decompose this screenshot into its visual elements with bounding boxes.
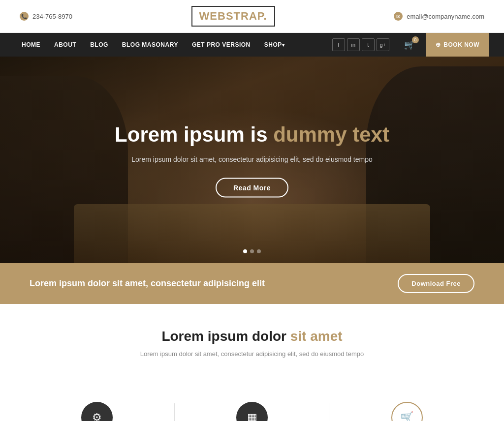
hero-section: Lorem ipsum is dummy text Lorem ipsum do… — [0, 57, 504, 263]
hero-dot-1[interactable] — [243, 249, 247, 253]
cart-badge: 0 — [412, 36, 419, 43]
email-address: email@companyname.com — [407, 13, 484, 20]
cart-icon[interactable]: 🛒 0 — [404, 39, 415, 50]
nav-links: HOME ABOUT BLOG BLOG MASONARY GET PRO VE… — [15, 33, 324, 57]
nav-about[interactable]: ABOUT — [47, 33, 83, 57]
section-subtitle: Lorem ipsum dolor sit amet, consectetur … — [20, 350, 484, 358]
logo-text-part1: WEB — [199, 10, 226, 22]
email-contact: ✉ email@companyname.com — [394, 12, 484, 21]
email-icon: ✉ — [394, 12, 403, 21]
phone-icon: 📞 — [20, 12, 29, 21]
hero-content: Lorem ipsum is dummy text Lorem ipsum do… — [104, 122, 400, 198]
hero-title-accent: dummy text — [273, 123, 389, 146]
cta-banner: Lorem ipsum dolor sit amet, consectetur … — [0, 263, 504, 304]
hero-dot-2[interactable] — [250, 249, 254, 253]
book-now-button[interactable]: ⊕ Book Now — [426, 33, 489, 57]
logo[interactable]: WEBSTRAP. — [191, 6, 275, 27]
section-title-plain: Lorem ipsum dolor — [161, 329, 290, 344]
linkedin-icon[interactable]: in — [347, 38, 360, 51]
section-title: Lorem ipsum dolor sit amet — [20, 329, 484, 344]
social-icons: f in t g+ — [332, 38, 389, 51]
facebook-icon[interactable]: f — [332, 38, 345, 51]
feature-card-3: 🛒 — [329, 392, 484, 421]
nav-get-pro[interactable]: GET PRO VERSION — [185, 33, 257, 57]
feature-icon-settings: ⚙ — [81, 402, 113, 421]
feature-card-2: ▦ — [175, 392, 330, 421]
top-bar: 📞 234-765-8970 WEBSTRAP. ✉ email@company… — [0, 0, 504, 33]
nav-shop[interactable]: SHOP — [257, 33, 292, 57]
features-section: Lorem ipsum dolor sit amet Lorem ipsum d… — [0, 304, 504, 392]
hero-dots — [243, 249, 261, 253]
feature-icon-cart: 🛒 — [391, 402, 423, 421]
nav-blog[interactable]: BLOG — [83, 33, 115, 57]
feature-icon-grid: ▦ — [236, 402, 268, 421]
hero-dot-3[interactable] — [257, 249, 261, 253]
section-title-accent: sit amet — [290, 329, 343, 344]
nav-home[interactable]: HOME — [15, 33, 47, 57]
nav-blog-masonary[interactable]: BLOG MASONARY — [115, 33, 185, 57]
logo-text-part2: STRAP. — [226, 10, 267, 22]
hero-title: Lorem ipsum is dummy text — [104, 122, 400, 147]
book-now-label: Book Now — [443, 41, 479, 48]
googleplus-icon[interactable]: g+ — [377, 38, 389, 51]
phone-number: 234-765-8970 — [32, 13, 72, 20]
features-row: ⚙ ▦ 🛒 — [0, 392, 504, 421]
cta-banner-text: Lorem ipsum dolor sit amet, consectetur … — [30, 278, 265, 289]
hero-subtitle: Lorem ipsum dolor sit amet, consectetur … — [104, 154, 400, 165]
hero-read-more-button[interactable]: Read More — [216, 178, 288, 197]
feature-card-1: ⚙ — [20, 392, 175, 421]
navbar: HOME ABOUT BLOG BLOG MASONARY GET PRO VE… — [0, 33, 504, 57]
phone-contact: 📞 234-765-8970 — [20, 12, 72, 21]
hero-title-plain: Lorem ipsum is — [115, 123, 273, 146]
book-now-icon: ⊕ — [436, 41, 441, 48]
twitter-icon[interactable]: t — [362, 38, 375, 51]
download-free-button[interactable]: Download Free — [398, 274, 474, 293]
